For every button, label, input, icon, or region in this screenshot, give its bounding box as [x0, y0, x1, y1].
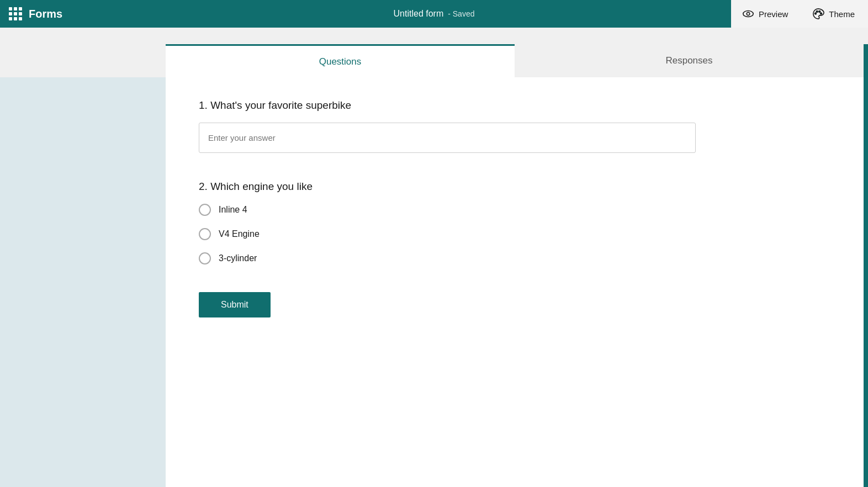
- question-1-number: 1.: [199, 99, 210, 111]
- preview-label: Preview: [759, 9, 788, 19]
- preview-icon: [742, 8, 754, 20]
- left-sidebar: [0, 77, 166, 487]
- radio-label-3cyl: 3-cylinder: [219, 253, 257, 263]
- question-1-label: 1. What's your favorite superbike: [199, 99, 830, 112]
- theme-label: Theme: [829, 9, 855, 19]
- submit-area: Submit: [199, 292, 830, 317]
- tab-responses[interactable]: Responses: [515, 44, 864, 77]
- radio-circle-v4[interactable]: [199, 228, 211, 240]
- tab-questions[interactable]: Questions: [166, 44, 515, 77]
- preview-button[interactable]: Preview: [731, 0, 799, 28]
- content-area: 1. What's your favorite superbike 2. Whi…: [166, 77, 864, 487]
- tab-side-indicator: [864, 44, 868, 77]
- submit-button[interactable]: Submit: [199, 292, 271, 317]
- radio-label-inline4: Inline 4: [219, 205, 247, 215]
- svg-point-3: [817, 11, 818, 13]
- scroll-thumb[interactable]: [864, 83, 868, 127]
- svg-point-4: [819, 11, 821, 13]
- svg-point-1: [747, 12, 750, 15]
- main-layout: 1. What's your favorite superbike 2. Whi…: [0, 77, 868, 487]
- question-2-label: 2. Which engine you like: [199, 181, 830, 193]
- theme-icon: [812, 8, 824, 20]
- question-1-input[interactable]: [199, 123, 696, 153]
- radio-label-v4: V4 Engine: [219, 229, 260, 239]
- form-title: Untitled form: [394, 9, 444, 19]
- question-2-options: Inline 4 V4 Engine 3-cylinder: [199, 204, 830, 264]
- question-1-section: 1. What's your favorite superbike: [199, 99, 830, 153]
- tab-responses-label: Responses: [665, 55, 712, 66]
- svg-point-2: [815, 13, 817, 14]
- question-1-text: What's your favorite superbike: [210, 99, 351, 111]
- radio-circle-inline4[interactable]: [199, 204, 211, 216]
- app-launcher-icon[interactable]: [9, 7, 22, 20]
- radio-option-3cyl[interactable]: 3-cylinder: [199, 252, 830, 264]
- right-scrollbar[interactable]: [864, 77, 868, 487]
- tabs-container: Questions Responses: [166, 44, 868, 77]
- top-bar-right: Preview Theme: [731, 0, 868, 28]
- radio-circle-3cyl[interactable]: [199, 252, 211, 264]
- radio-option-v4[interactable]: V4 Engine: [199, 228, 830, 240]
- top-bar-left: Forms: [9, 7, 62, 20]
- app-title: Forms: [29, 8, 62, 20]
- theme-button[interactable]: Theme: [799, 0, 868, 28]
- saved-status: - Saved: [448, 9, 474, 18]
- question-2-section: 2. Which engine you like Inline 4 V4 Eng…: [199, 181, 830, 264]
- form-title-area: Untitled form - Saved: [394, 9, 475, 19]
- secondary-header: Questions Responses: [0, 28, 868, 77]
- radio-option-inline4[interactable]: Inline 4: [199, 204, 830, 216]
- question-2-number: 2.: [199, 181, 210, 192]
- svg-point-0: [743, 11, 753, 17]
- top-navigation-bar: Forms Untitled form - Saved Preview Them…: [0, 0, 868, 28]
- svg-point-5: [821, 13, 822, 14]
- tab-questions-label: Questions: [319, 56, 362, 67]
- question-2-text: Which engine you like: [210, 181, 313, 192]
